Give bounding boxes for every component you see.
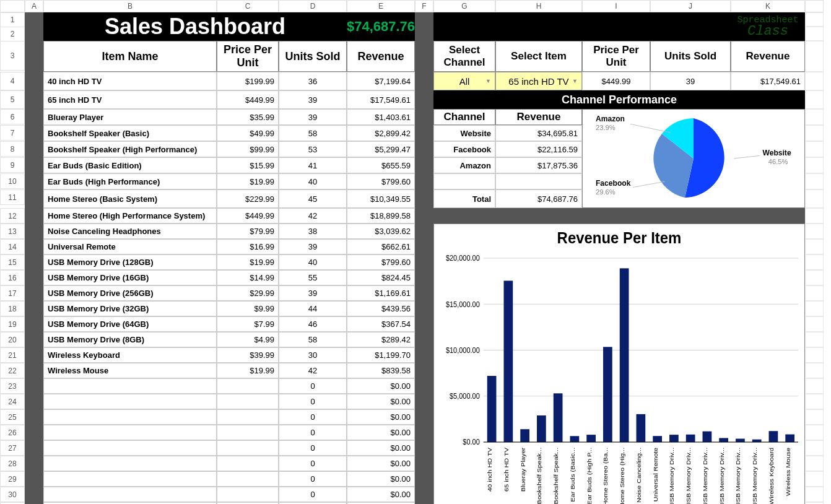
channel-name[interactable]: Facebook — [433, 141, 495, 157]
item-rev-zero[interactable]: $0.00 — [347, 378, 415, 394]
item-name[interactable]: Wireless Mouse — [43, 363, 217, 378]
item-price-empty[interactable] — [217, 440, 279, 456]
item-units-zero[interactable]: 0 — [279, 440, 347, 456]
row-head-2[interactable]: 2 — [0, 27, 25, 41]
row-head-12[interactable]: 12 — [0, 208, 25, 224]
item-price[interactable]: $229.99 — [217, 189, 279, 208]
item-rev-zero[interactable]: $0.00 — [347, 456, 415, 471]
item-price[interactable]: $7.99 — [217, 316, 279, 332]
row-head-17[interactable]: 17 — [0, 285, 25, 301]
r-rev[interactable]: $17,549.61 — [731, 72, 805, 90]
item-name[interactable]: USB Memory Drive (256GB) — [43, 285, 217, 301]
item-price[interactable]: $29.99 — [217, 285, 279, 301]
item-revenue[interactable]: $662.61 — [347, 239, 415, 254]
item-units[interactable]: 46 — [279, 316, 347, 332]
row-head-1[interactable]: 1 — [0, 12, 25, 27]
item-name[interactable]: Ear Buds (High Performance) — [43, 173, 217, 189]
item-price[interactable]: $79.99 — [217, 224, 279, 239]
item-units[interactable]: 39 — [279, 109, 347, 125]
item-name[interactable]: Bookshelf Speaker (High Performance) — [43, 141, 217, 157]
item-name[interactable]: USB Memory Drive (64GB) — [43, 316, 217, 332]
row-head-4[interactable]: 4 — [0, 72, 25, 90]
item-name[interactable]: USB Memory Drive (16GB) — [43, 270, 217, 285]
item-units[interactable]: 39 — [279, 239, 347, 254]
row-head-29[interactable]: 29 — [0, 471, 25, 487]
col-head-F[interactable]: F — [415, 0, 433, 12]
channel-name[interactable]: Website — [433, 125, 495, 141]
row-head-25[interactable]: 25 — [0, 409, 25, 425]
item-rev-zero[interactable]: $0.00 — [347, 471, 415, 487]
item-units[interactable]: 58 — [279, 125, 347, 141]
item-price[interactable]: $15.99 — [217, 157, 279, 173]
item-revenue[interactable]: $10,349.55 — [347, 189, 415, 208]
row-head-21[interactable]: 21 — [0, 347, 25, 363]
item-units-zero[interactable]: 0 — [279, 378, 347, 394]
item-price-empty[interactable] — [217, 456, 279, 471]
item-units[interactable]: 40 — [279, 254, 347, 270]
row-head-26[interactable]: 26 — [0, 425, 25, 440]
item-price[interactable]: $49.99 — [217, 125, 279, 141]
col-head-G[interactable]: G — [433, 0, 495, 12]
item-name[interactable]: USB Memory Drive (32GB) — [43, 301, 217, 316]
col-head-I[interactable]: I — [582, 0, 650, 12]
item-units[interactable]: 42 — [279, 363, 347, 378]
item-revenue[interactable]: $655.59 — [347, 157, 415, 173]
item-name-empty[interactable] — [43, 471, 217, 487]
r-price[interactable]: $449.99 — [582, 72, 650, 90]
col-head-A[interactable]: A — [25, 0, 43, 12]
item-units-zero[interactable]: 0 — [279, 471, 347, 487]
col-head-H[interactable]: H — [495, 0, 582, 12]
item-rev-zero[interactable]: $0.00 — [347, 487, 415, 502]
item-revenue[interactable]: $7,199.64 — [347, 72, 415, 90]
item-revenue[interactable]: $799.60 — [347, 254, 415, 270]
row-head-5[interactable]: 5 — [0, 90, 25, 109]
item-revenue[interactable]: $1,403.61 — [347, 109, 415, 125]
item-price-empty[interactable] — [217, 394, 279, 409]
item-revenue[interactable]: $17,549.61 — [347, 90, 415, 109]
row-head-6[interactable]: 6 — [0, 109, 25, 124]
item-rev-zero[interactable]: $0.00 — [347, 425, 415, 440]
item-units[interactable]: 58 — [279, 332, 347, 347]
item-revenue[interactable]: $439.56 — [347, 301, 415, 316]
item-units[interactable]: 41 — [279, 157, 347, 173]
item-name[interactable]: Home Stereo (High Performance System) — [43, 208, 217, 224]
row-head-19[interactable]: 19 — [0, 316, 25, 332]
row-head-27[interactable]: 27 — [0, 440, 25, 456]
select-channel-dropdown[interactable]: All▼ — [433, 72, 495, 90]
item-name[interactable]: Home Stereo (Basic System) — [43, 189, 217, 208]
channel-name[interactable]: Amazon — [433, 157, 495, 173]
item-revenue[interactable]: $3,039.62 — [347, 224, 415, 239]
channel-total-label[interactable]: Total — [433, 189, 495, 208]
col-head-E[interactable]: E — [347, 0, 415, 12]
item-price[interactable]: $19.99 — [217, 363, 279, 378]
item-name[interactable]: Bookshelf Speaker (Basic) — [43, 125, 217, 141]
item-units[interactable]: 45 — [279, 189, 347, 208]
item-units[interactable]: 38 — [279, 224, 347, 239]
row-head-22[interactable]: 22 — [0, 363, 25, 378]
item-revenue[interactable]: $1,169.61 — [347, 285, 415, 301]
item-units-zero[interactable]: 0 — [279, 409, 347, 425]
channel-rev[interactable]: $22,116.59 — [495, 141, 582, 157]
item-rev-zero[interactable]: $0.00 — [347, 394, 415, 409]
item-revenue[interactable]: $1,199.70 — [347, 347, 415, 363]
row-head-8[interactable]: 8 — [0, 141, 25, 157]
channel-total-rev[interactable]: $74,687.76 — [495, 189, 582, 208]
row-head-14[interactable]: 14 — [0, 239, 25, 254]
item-name[interactable]: USB Memory Drive (128GB) — [43, 254, 217, 270]
col-head-D[interactable]: D — [279, 0, 347, 12]
item-revenue[interactable]: $367.54 — [347, 316, 415, 332]
item-units[interactable]: 42 — [279, 208, 347, 224]
item-units[interactable]: 30 — [279, 347, 347, 363]
item-price[interactable]: $35.99 — [217, 109, 279, 125]
item-name-empty[interactable] — [43, 440, 217, 456]
item-units[interactable]: 44 — [279, 301, 347, 316]
col-head-K[interactable]: K — [731, 0, 805, 12]
item-price-empty[interactable] — [217, 378, 279, 394]
row-head-23[interactable]: 23 — [0, 378, 25, 394]
item-revenue[interactable]: $5,299.47 — [347, 141, 415, 157]
item-name-empty[interactable] — [43, 487, 217, 502]
item-units-zero[interactable]: 0 — [279, 425, 347, 440]
item-price[interactable]: $449.99 — [217, 208, 279, 224]
item-name[interactable]: Noise Canceling Headphones — [43, 224, 217, 239]
item-price-empty[interactable] — [217, 409, 279, 425]
